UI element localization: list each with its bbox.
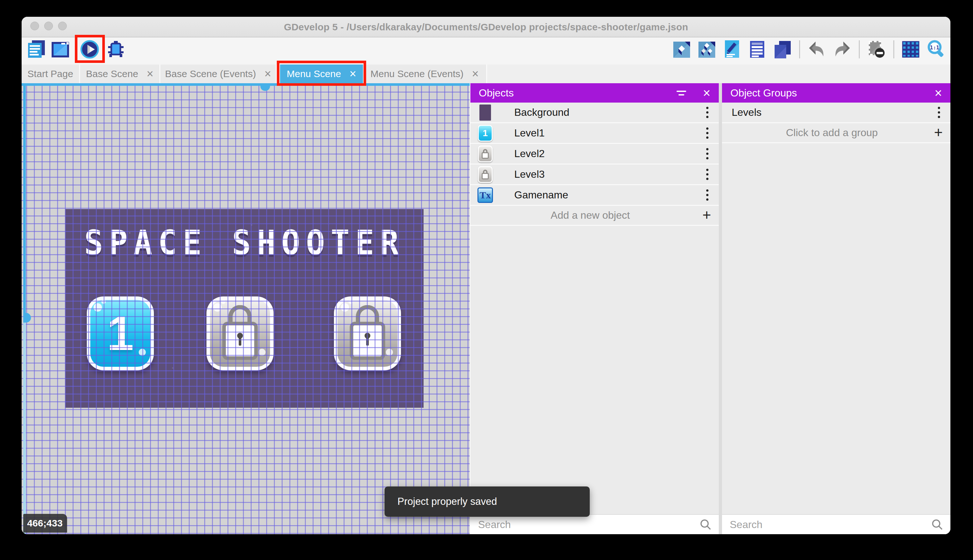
svg-text:1:1: 1:1 xyxy=(930,45,940,51)
object-name: Level1 xyxy=(514,127,545,139)
object-name: Gamename xyxy=(514,189,568,201)
object-groups-panel: Object Groups × Levels Click to add a gr… xyxy=(722,83,950,534)
object-name: Level2 xyxy=(514,148,545,160)
tab-label: Start Page xyxy=(27,65,73,83)
panel-divider[interactable] xyxy=(719,83,722,534)
objects-list: Background 1 Level1 Level2 xyxy=(470,103,719,514)
gloss-dot xyxy=(386,349,393,356)
editor-tabs: Start Page Base Scene × Base Scene (Even… xyxy=(22,65,950,83)
level-unlocked-thumbnail: 1 xyxy=(478,125,493,142)
gloss-dot xyxy=(213,303,222,312)
level-1-label: 1 xyxy=(90,300,150,367)
kebab-menu-icon[interactable] xyxy=(935,105,943,119)
kebab-menu-icon[interactable] xyxy=(703,188,712,202)
groups-search-input[interactable] xyxy=(729,518,931,531)
level-locked-thumbnail xyxy=(478,145,493,162)
undo-icon[interactable] xyxy=(807,40,826,59)
level-locked-thumbnail xyxy=(478,166,493,183)
group-row-levels[interactable]: Levels xyxy=(722,103,950,123)
kebab-menu-icon[interactable] xyxy=(703,105,712,119)
search-icon xyxy=(700,518,712,531)
tab-menu-scene-events[interactable]: Menu Scene (Events) × xyxy=(363,65,487,83)
kebab-menu-icon[interactable] xyxy=(703,126,712,140)
horizontal-scrollbar xyxy=(22,83,470,86)
group-name: Levels xyxy=(732,107,762,118)
level-1-button-instance[interactable]: 1 xyxy=(87,297,154,370)
objects-search-input[interactable] xyxy=(478,518,700,531)
tab-base-scene-events[interactable]: Base Scene (Events) × xyxy=(160,65,277,83)
text-object-thumbnail: Tx xyxy=(478,187,493,203)
toolbar-right-icons: 1:1 xyxy=(672,40,946,59)
object-row-gamename[interactable]: Tx Gamename xyxy=(470,185,719,206)
objects-panel-header: Objects × xyxy=(470,83,719,103)
tab-label: Base Scene (Events) xyxy=(165,65,256,83)
objects-search-bar xyxy=(470,514,719,534)
toolbar-separator xyxy=(799,40,800,58)
properties-icon[interactable] xyxy=(722,40,742,59)
main-content: SPACE SHOOTER 1 xyxy=(22,83,950,534)
redo-icon[interactable] xyxy=(832,40,852,59)
add-object-label: Add a new object xyxy=(478,209,702,221)
tab-close-icon[interactable]: × xyxy=(472,68,479,80)
menu-scene-tab-highlight xyxy=(277,61,366,86)
tab-label: Menu Scene (Events) xyxy=(370,65,463,83)
layers-icon[interactable] xyxy=(773,40,792,59)
groups-search-bar xyxy=(722,514,950,534)
scene-properties-icon[interactable] xyxy=(51,40,70,59)
add-object-button[interactable]: Add a new object + xyxy=(470,206,719,226)
close-panel-icon[interactable]: × xyxy=(703,87,710,99)
gloss-dot xyxy=(348,299,353,304)
vertical-scrollbar xyxy=(23,83,26,323)
gloss-dot xyxy=(258,349,265,356)
objects-editor-icon[interactable] xyxy=(672,40,691,59)
kebab-menu-icon[interactable] xyxy=(703,167,712,181)
debug-icon[interactable] xyxy=(106,40,125,59)
project-manager-icon[interactable] xyxy=(27,40,46,59)
toolbar-separator xyxy=(893,40,894,58)
scene-background-instance[interactable]: SPACE SHOOTER 1 xyxy=(65,209,423,408)
tab-label: Base Scene xyxy=(86,65,138,83)
tab-base-scene[interactable]: Base Scene × xyxy=(80,65,160,83)
horizontal-scrollbar-knob[interactable] xyxy=(260,86,270,91)
cursor-coordinates-badge: 466;433 xyxy=(23,514,67,533)
object-name: Level3 xyxy=(514,168,545,180)
gloss-dot xyxy=(221,299,225,304)
scene-title-text-instance[interactable]: SPACE SHOOTER xyxy=(65,223,423,262)
scene-editor-canvas[interactable]: SPACE SHOOTER 1 xyxy=(22,83,470,534)
tab-close-icon[interactable]: × xyxy=(147,68,153,80)
objects-panel-title: Objects xyxy=(479,87,513,99)
vertical-scrollbar-track xyxy=(23,323,26,534)
preview-play-icon[interactable] xyxy=(80,40,99,59)
level-2-locked-button-instance[interactable] xyxy=(207,297,273,370)
window-title: GDevelop 5 - /Users/dkarakay/Documents/G… xyxy=(22,17,950,37)
window-mask-icon[interactable] xyxy=(867,40,886,59)
object-groups-editor-icon[interactable] xyxy=(697,40,716,59)
object-name: Background xyxy=(514,107,570,118)
search-icon xyxy=(931,518,943,531)
level-3-locked-button-instance[interactable] xyxy=(334,297,401,370)
object-row-level2[interactable]: Level2 xyxy=(470,144,719,165)
gdevelop-window: GDevelop 5 - /Users/dkarakay/Documents/G… xyxy=(22,17,950,534)
vertical-scrollbar-knob[interactable] xyxy=(26,313,31,323)
background-thumbnail xyxy=(478,104,493,121)
plus-icon: + xyxy=(702,207,711,222)
tab-close-icon[interactable]: × xyxy=(264,68,271,80)
close-panel-icon[interactable]: × xyxy=(935,87,942,99)
tab-start-page[interactable]: Start Page xyxy=(22,65,80,83)
gloss-dot xyxy=(341,303,349,312)
object-row-level3[interactable]: Level3 xyxy=(470,165,719,185)
kebab-menu-icon[interactable] xyxy=(703,147,712,161)
save-toast: Project properly saved xyxy=(385,487,590,517)
object-row-level1[interactable]: 1 Level1 xyxy=(470,123,719,144)
filter-icon[interactable] xyxy=(676,91,686,95)
add-group-label: Click to add a group xyxy=(730,127,934,139)
instances-list-icon[interactable] xyxy=(748,40,767,59)
object-row-background[interactable]: Background xyxy=(470,103,719,123)
lock-icon xyxy=(222,305,258,360)
zoom-1-1-icon[interactable]: 1:1 xyxy=(926,40,946,59)
plus-icon: + xyxy=(934,125,943,140)
groups-panel-header: Object Groups × xyxy=(722,83,950,103)
lock-icon xyxy=(350,305,385,360)
add-group-button[interactable]: Click to add a group + xyxy=(722,123,950,143)
grid-icon[interactable] xyxy=(901,40,921,59)
